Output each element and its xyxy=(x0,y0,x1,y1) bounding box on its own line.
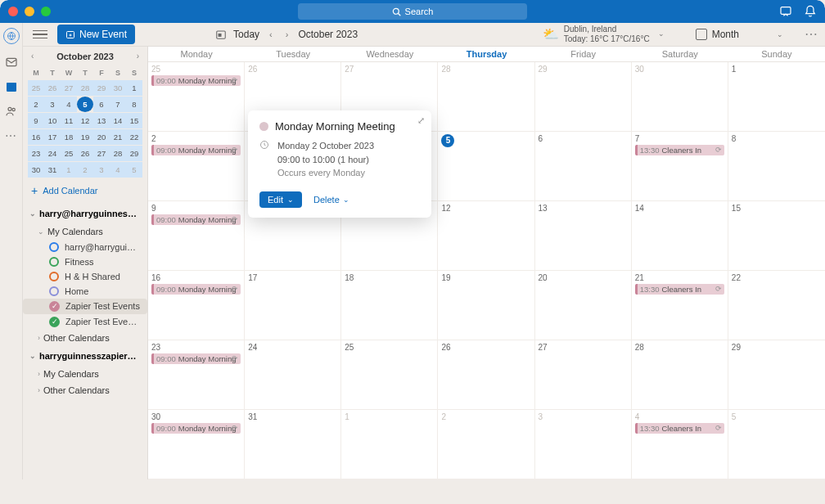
calendar-group[interactable]: ⌄My Calendars xyxy=(23,223,147,240)
day-cell[interactable]: 25 xyxy=(341,340,438,409)
calendar-checkbox[interactable] xyxy=(49,257,59,267)
day-cell[interactable]: 2309:00Monday Morning⟳ xyxy=(148,340,245,409)
mini-day[interactable]: 9 xyxy=(28,113,44,128)
mini-prev-button[interactable]: ‹ xyxy=(31,52,34,61)
calendar-event[interactable]: 09:00Monday Morning⟳ xyxy=(151,145,241,155)
day-cell[interactable]: 24 xyxy=(245,340,341,409)
mini-day[interactable]: 25 xyxy=(61,146,77,161)
today-button[interactable]: Today xyxy=(233,29,259,40)
day-cell[interactable]: 27 xyxy=(535,340,632,409)
mini-day[interactable]: 22 xyxy=(126,129,142,145)
day-cell[interactable]: 17 xyxy=(245,271,341,340)
day-cell[interactable]: 13 xyxy=(535,201,632,270)
mini-day[interactable]: 27 xyxy=(93,146,110,161)
mini-day[interactable]: 1 xyxy=(61,162,77,178)
bell-icon[interactable] xyxy=(804,5,817,18)
next-month-button[interactable]: › xyxy=(282,29,292,39)
mini-day[interactable]: 3 xyxy=(44,97,61,112)
mini-day[interactable]: 26 xyxy=(77,146,93,161)
mini-day[interactable]: 14 xyxy=(110,113,126,128)
globe-icon[interactable] xyxy=(3,28,20,44)
expand-icon[interactable]: ⤢ xyxy=(417,115,425,126)
day-cell[interactable]: 209:00Monday Morning⟳ xyxy=(148,132,245,200)
mini-day[interactable]: 28 xyxy=(110,146,126,161)
day-cell[interactable]: 6 xyxy=(535,132,632,200)
day-cell[interactable]: 413:30Cleaners In⟳ xyxy=(632,410,728,479)
calendar-event[interactable]: 09:00Monday Morning⟳ xyxy=(151,353,241,364)
calendar-item[interactable]: H & H Shared xyxy=(23,269,147,284)
account-header[interactable]: ⌄harry@harryguinness.com xyxy=(23,204,147,223)
day-cell[interactable]: 29 xyxy=(535,62,632,131)
mini-day[interactable]: 26 xyxy=(44,80,61,96)
calendar-event[interactable]: 13:30Cleaners In⟳ xyxy=(635,423,724,434)
mini-next-button[interactable]: › xyxy=(137,52,139,61)
weather-widget[interactable]: ⛅ Dublin, Ireland Today: 16°C 17°C/16°C … xyxy=(543,25,668,44)
calendar-checkbox[interactable] xyxy=(49,242,59,252)
day-cell[interactable]: 2 xyxy=(438,410,534,479)
mini-day[interactable]: 16 xyxy=(28,129,44,145)
calendar-item[interactable]: ✓Zapier Test Events xyxy=(23,299,147,314)
day-cell[interactable]: 713:30Cleaners In⟳ xyxy=(632,132,728,200)
day-cell[interactable]: 20 xyxy=(535,271,632,340)
day-cell[interactable]: 15 xyxy=(728,201,825,270)
mini-day[interactable]: 7 xyxy=(110,97,126,112)
mini-day[interactable]: 18 xyxy=(61,129,77,145)
people-icon[interactable] xyxy=(5,105,18,118)
mini-day[interactable]: 20 xyxy=(93,129,110,145)
day-cell[interactable]: 1 xyxy=(728,62,825,131)
day-cell[interactable]: 12 xyxy=(438,201,534,270)
more-icon[interactable]: ⋯ xyxy=(805,26,818,42)
mini-day[interactable]: 2 xyxy=(28,97,44,112)
day-cell[interactable]: 22 xyxy=(728,271,825,340)
close-icon[interactable] xyxy=(8,7,18,16)
maximize-icon[interactable] xyxy=(41,7,51,16)
calendar-item[interactable]: ✓Zapier Test Events (In Purple) xyxy=(23,314,147,330)
mini-day[interactable]: 30 xyxy=(28,162,44,178)
calendar-group[interactable]: ›My Calendars xyxy=(23,366,147,382)
mini-day[interactable]: 31 xyxy=(44,162,61,178)
day-cell[interactable]: 29 xyxy=(728,340,825,409)
calendar-event[interactable]: 09:00Monday Morning⟳ xyxy=(151,75,241,86)
account-header[interactable]: ⌄harryguinnesszapier@gmail.com xyxy=(23,346,147,366)
day-cell[interactable]: 31 xyxy=(245,410,341,479)
minimize-icon[interactable] xyxy=(25,7,34,16)
calendar-checkbox[interactable]: ✓ xyxy=(49,317,60,327)
day-cell[interactable]: 909:00Monday Morning⟳ xyxy=(148,201,245,270)
mini-day[interactable]: 8 xyxy=(126,97,142,112)
mini-day[interactable]: 5 xyxy=(126,162,142,178)
mini-day[interactable]: 11 xyxy=(61,113,77,128)
day-cell[interactable]: 2509:00Monday Morning⟳ xyxy=(148,62,245,131)
mini-day[interactable]: 1 xyxy=(126,80,142,96)
calendar-event[interactable]: 13:30Cleaners In⟳ xyxy=(635,284,724,295)
calendar-checkbox[interactable] xyxy=(49,286,59,296)
mini-day[interactable]: 29 xyxy=(93,80,110,96)
calendar-event[interactable]: 13:30Cleaners In⟳ xyxy=(635,145,724,155)
new-event-button[interactable]: New Event xyxy=(57,25,135,44)
day-cell[interactable]: 1609:00Monday Morning⟳ xyxy=(148,271,245,340)
mini-day[interactable]: 12 xyxy=(77,113,93,128)
mail-icon[interactable] xyxy=(5,56,18,69)
mini-day[interactable]: 10 xyxy=(44,113,61,128)
mini-day[interactable]: 29 xyxy=(126,146,142,161)
mini-day[interactable]: 24 xyxy=(44,146,61,161)
day-cell[interactable]: 30 xyxy=(632,62,728,131)
mini-day[interactable]: 2 xyxy=(77,162,93,178)
mini-day[interactable]: 6 xyxy=(93,97,110,112)
calendar-item[interactable]: harry@harryguinness.com xyxy=(23,240,147,254)
mini-day[interactable]: 13 xyxy=(93,113,110,128)
mini-day[interactable]: 4 xyxy=(110,162,126,178)
mini-day[interactable]: 30 xyxy=(110,80,126,96)
mini-day[interactable]: 23 xyxy=(28,146,44,161)
add-calendar-button[interactable]: +Add Calendar xyxy=(23,178,147,204)
mini-day[interactable]: 28 xyxy=(77,80,93,96)
calendar-icon[interactable] xyxy=(5,80,18,93)
mini-day[interactable]: 4 xyxy=(61,97,77,112)
mini-day[interactable]: 21 xyxy=(110,129,126,145)
day-cell[interactable]: 18 xyxy=(341,271,438,340)
mini-day[interactable]: 5 xyxy=(77,97,93,112)
day-cell[interactable]: 1 xyxy=(341,410,438,479)
day-cell[interactable]: 26 xyxy=(438,340,534,409)
mini-day[interactable]: 27 xyxy=(61,80,77,96)
mini-day[interactable]: 25 xyxy=(28,80,44,96)
calendar-checkbox[interactable] xyxy=(49,272,59,281)
